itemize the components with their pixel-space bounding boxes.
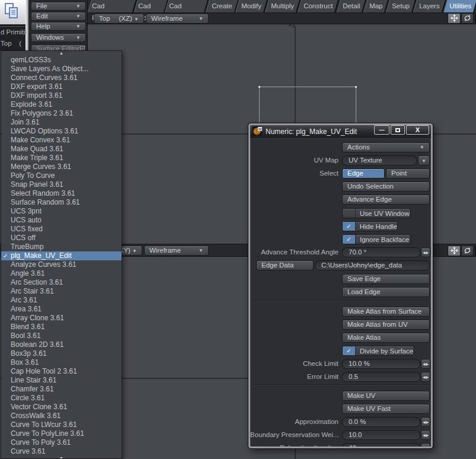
- plugin-menu-item[interactable]: UCS off: [1, 234, 122, 243]
- approximation-stepper[interactable]: ◀▶: [421, 417, 430, 427]
- plugin-menu-item[interactable]: Blend 3.61: [1, 323, 122, 332]
- plugin-menu-item[interactable]: Angle 3.61: [1, 269, 122, 278]
- plugin-menu-item[interactable]: LWCAD Options 3.61: [1, 127, 122, 136]
- advance-edge-button[interactable]: Advance Edge: [342, 195, 430, 205]
- uv-map-value[interactable]: UV Texture: [342, 155, 417, 165]
- menu-tab[interactable]: Map: [363, 0, 389, 12]
- plugin-menu-item[interactable]: UCS auto: [1, 216, 122, 225]
- scroll-up-arrow[interactable]: ▲: [1, 51, 122, 56]
- make-atlas-button[interactable]: Make Atlas: [342, 333, 430, 343]
- plugin-menu-item[interactable]: Circle 3.61: [1, 394, 122, 403]
- plugin-menu-item[interactable]: DXF export 3.61: [1, 82, 122, 91]
- plugin-menu-item[interactable]: Area 3.61: [1, 305, 122, 314]
- plugin-menu-item[interactable]: qemLOSS3s: [1, 56, 122, 65]
- boundary-preservation-input[interactable]: 10.0: [342, 430, 420, 440]
- plugin-menu-item[interactable]: Merge Curves 3.61: [1, 162, 122, 171]
- menu-tab[interactable]: Multiply: [265, 0, 301, 12]
- menu-tab[interactable]: Cad ArchViz: [165, 0, 209, 12]
- ignore-backface-checkbox[interactable]: ✓ Ignore Backface: [342, 234, 411, 244]
- wireframe-point-handle[interactable]: [355, 86, 357, 88]
- plugin-menu-item[interactable]: Curve To Poly 3.61: [1, 438, 122, 447]
- plugin-menu-item[interactable]: Surface Random 3.61: [1, 198, 122, 207]
- plugin-menu-item[interactable]: Box 3.61: [1, 358, 122, 367]
- plugin-menu-item[interactable]: UCS 3pnt: [1, 207, 122, 216]
- plugin-menu-item[interactable]: Boolean 2D 3.61: [1, 340, 122, 349]
- use-uv-window-checkbox[interactable]: ✓ Use UV Window: [342, 208, 411, 218]
- plugin-menu-item[interactable]: UCS fixed: [1, 225, 122, 234]
- plugin-menu-item[interactable]: Curve To LWcur 3.61: [1, 420, 122, 429]
- top-viewport-view-dropdown[interactable]: Top (XZ) ▼: [94, 14, 144, 24]
- edge-data-path-input[interactable]: C:\Users\Johny\edge_data: [315, 260, 430, 270]
- divide-by-surface-checkbox[interactable]: ✓ Divide by Surface: [342, 346, 414, 356]
- error-limit-stepper[interactable]: ◀▶: [421, 372, 430, 382]
- make-atlas-from-surface-button[interactable]: Make Atlas from Surface: [342, 307, 430, 317]
- menu-windows[interactable]: Windows ▼: [31, 33, 86, 42]
- plugin-menu-item[interactable]: Fix Polygons 2 3.61: [1, 109, 122, 118]
- undo-selection-button[interactable]: Undo Selection: [342, 181, 430, 192]
- top-viewport-pan-button[interactable]: [448, 13, 461, 24]
- wireframe-point-handle[interactable]: [258, 86, 260, 88]
- plugin-menu-item[interactable]: Bool 3.61: [1, 332, 122, 340]
- menu-tab[interactable]: Construct: [298, 0, 339, 12]
- plugin-menu-item[interactable]: Analyze Curves 3.61: [1, 260, 122, 269]
- relaxation-iteration-stepper[interactable]: ◀▶: [421, 443, 430, 447]
- error-limit-input[interactable]: 0.5: [342, 372, 420, 382]
- plugin-menu-item[interactable]: Arc Section 3.61: [1, 278, 122, 287]
- advance-threshold-stepper[interactable]: ◀▶: [421, 247, 430, 257]
- uv-map-dropdown-button[interactable]: ▼: [418, 155, 430, 165]
- approximation-input[interactable]: 0.0 %: [342, 417, 420, 427]
- bottom-viewport-pan-button[interactable]: [448, 246, 461, 256]
- bottom-viewport-mode-dropdown[interactable]: Wireframe ▼: [144, 246, 209, 256]
- load-edge-button[interactable]: Load Edge: [342, 287, 430, 297]
- plugin-menu-item[interactable]: Array Clone 3.61: [1, 314, 122, 323]
- menu-tab[interactable]: Setup: [386, 0, 416, 12]
- plugin-menu-item[interactable]: Vector Clone 3.61: [1, 403, 122, 412]
- plugin-menu-item[interactable]: Connect Curves 3.61: [1, 74, 122, 82]
- save-edge-button[interactable]: Save Edge: [342, 274, 430, 284]
- menu-tab[interactable]: Cad Edit: [134, 0, 168, 12]
- plugin-menu-item[interactable]: Make Quad 3.61: [1, 145, 122, 154]
- minimize-button[interactable]: —: [374, 125, 389, 135]
- plugin-menu-item[interactable]: Save Layers As Object...: [1, 65, 122, 74]
- plugin-menu-item[interactable]: Arc Stair 3.61: [1, 287, 122, 296]
- relaxation-iteration-input[interactable]: 40: [342, 443, 420, 447]
- plugin-menu-item[interactable]: Box3p 3.61: [1, 349, 122, 358]
- plugin-menu-item[interactable]: TrueBump: [1, 243, 122, 251]
- check-limit-stepper[interactable]: ◀▶: [421, 359, 430, 369]
- actions-dropdown[interactable]: Actions ▼: [342, 142, 430, 152]
- bottom-viewport-rotate-button[interactable]: [461, 246, 474, 256]
- make-uv-button[interactable]: Make UV: [342, 391, 430, 401]
- top-viewport-mode-dropdown[interactable]: Wireframe ▼: [146, 14, 209, 24]
- plugin-menu-item[interactable]: Snap Panel 3.61: [1, 180, 122, 189]
- plugin-menu-item[interactable]: Select Random 3.61: [1, 189, 122, 198]
- top-viewport-rotate-button[interactable]: [461, 13, 474, 24]
- plugin-menu-item[interactable]: Curve 3.61: [1, 447, 122, 456]
- advance-threshold-input[interactable]: 70.0 °: [342, 247, 420, 257]
- menu-tab[interactable]: Utilities: [443, 0, 476, 12]
- plugin-menu-item[interactable]: Join 3.61: [1, 118, 122, 127]
- select-edge-button[interactable]: Edge: [342, 168, 385, 179]
- menu-file[interactable]: File ▼: [31, 2, 86, 11]
- menu-tab[interactable]: Modify: [235, 0, 268, 12]
- edge-data-button[interactable]: Edge Data: [256, 260, 314, 270]
- plugin-menu-item[interactable]: Chamfer 3.61: [1, 385, 122, 394]
- make-atlas-from-uv-button[interactable]: Make Atlas from UV: [342, 320, 430, 330]
- plugin-menu-item[interactable]: ✓ plg_Make_UV_Edit: [1, 251, 122, 260]
- check-limit-input[interactable]: 10.0 %: [342, 359, 420, 369]
- menu-help[interactable]: Help ▼: [31, 22, 86, 31]
- plugin-menu-item[interactable]: Line Stair 3.61: [1, 376, 122, 385]
- plugin-menu-item[interactable]: Arc 3.61: [1, 296, 122, 305]
- plugin-menu-item[interactable]: Explode 3.61: [1, 100, 122, 109]
- plugin-menu-item[interactable]: DXF import 3.61: [1, 91, 122, 100]
- plugin-menu-item[interactable]: Curve To PolyLine 3.61: [1, 429, 122, 438]
- make-uv-fast-button[interactable]: Make UV Fast: [342, 404, 430, 414]
- hide-handle-checkbox[interactable]: ✓ Hide Handle: [342, 221, 398, 231]
- menu-surface-editor-partial[interactable]: Surface Editor F5: [31, 44, 86, 50]
- maximize-button[interactable]: [391, 125, 405, 135]
- menu-tab[interactable]: Cad Primitives: [88, 0, 137, 12]
- plugin-menu-item[interactable]: Poly To Curve: [1, 171, 122, 180]
- boundary-preservation-stepper[interactable]: ◀▶: [421, 430, 430, 440]
- menu-edit[interactable]: Edit ▼: [31, 12, 86, 21]
- plugin-menu-item[interactable]: CrossWalk 3.61: [1, 412, 122, 420]
- plugin-menu-item[interactable]: Make Convex 3.61: [1, 136, 122, 145]
